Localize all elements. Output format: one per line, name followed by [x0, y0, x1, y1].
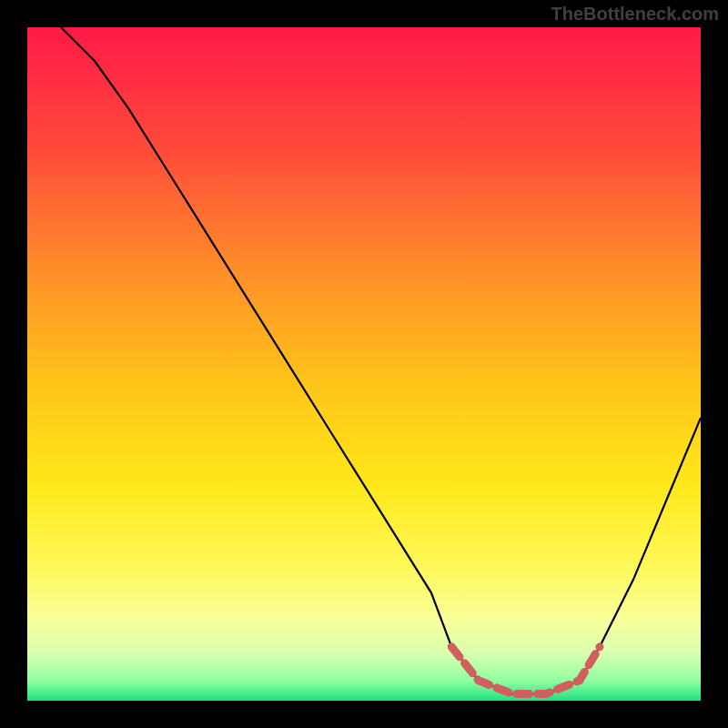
bottleneck-curve: [61, 27, 701, 694]
watermark-text: TheBottleneck.com: [551, 4, 719, 25]
plot-area: [27, 27, 701, 701]
curve-layer: [27, 27, 701, 701]
optimal-range-marker: [451, 647, 600, 694]
